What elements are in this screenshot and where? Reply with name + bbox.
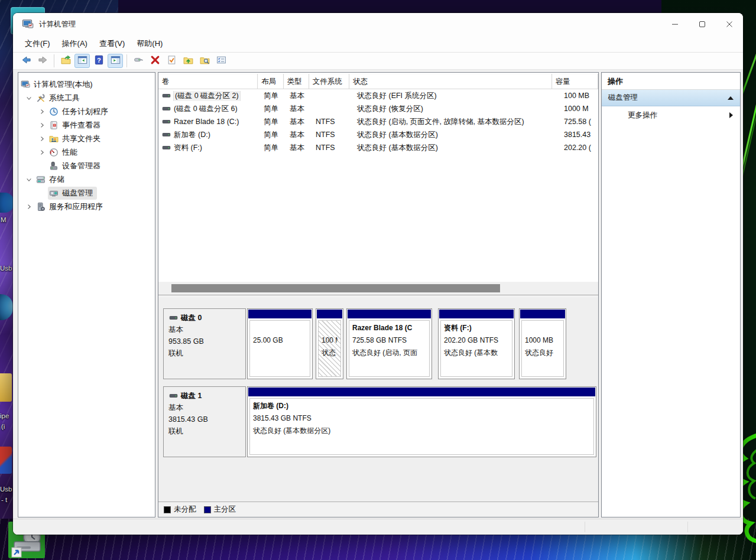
- desktop-icon-label[interactable]: Usb: [0, 486, 12, 493]
- column-header-1[interactable]: 布局: [258, 74, 283, 89]
- column-header-5[interactable]: 容量: [552, 74, 598, 89]
- partition[interactable]: 资料 (F:)202.20 GB NTFS状态良好 (基本数: [438, 308, 515, 379]
- cell-status: 状态良好 (恢复分区): [353, 104, 560, 114]
- delete-button[interactable]: [147, 54, 163, 68]
- console-tree-panel: 计算机管理(本地)系统工具任务计划程序事件查看器共享文件夹性能设备管理器存储磁盘…: [18, 72, 155, 517]
- disk-management-icon: [49, 188, 60, 198]
- status-bar-divider: [585, 522, 585, 532]
- disk-title: 磁盘 0: [168, 312, 241, 324]
- collapse-icon[interactable]: [728, 96, 734, 100]
- more-actions-item[interactable]: 更多操作: [602, 106, 740, 124]
- chevron-right-icon[interactable]: [36, 134, 48, 144]
- sidebar-item-shared-folders[interactable]: 共享文件夹: [18, 132, 155, 145]
- show-action-pane-button[interactable]: [108, 54, 123, 68]
- desktop-icon-usb-tool[interactable]: [0, 447, 12, 474]
- table-row[interactable]: Razer Blade 18 (C:)简单基本NTFS状态良好 (启动, 页面文…: [158, 115, 598, 128]
- tree-item-content: 磁盘管理: [48, 187, 97, 200]
- legend-swatch: [164, 506, 171, 513]
- legend-label: 主分区: [214, 504, 236, 515]
- sidebar-item-disk-management[interactable]: 磁盘管理: [18, 186, 155, 200]
- folder-up-button[interactable]: [180, 54, 196, 68]
- export-list-button[interactable]: [58, 54, 73, 68]
- cell-volume: Razer Blade 18 (C:): [158, 118, 260, 126]
- computer-icon: [21, 80, 31, 89]
- cell-layout: 简单: [260, 91, 286, 101]
- task-scheduler-icon: [49, 107, 60, 116]
- partition-status: 状态良好 (启动, 页面: [352, 347, 426, 359]
- folder-search-button[interactable]: [197, 54, 212, 68]
- partition[interactable]: 25.00 GB: [247, 308, 313, 379]
- partition-status: 状态: [322, 347, 338, 359]
- chevron-right-icon[interactable]: [36, 107, 48, 116]
- help-button[interactable]: ?: [91, 54, 106, 68]
- show-console-tree-button[interactable]: [74, 54, 90, 68]
- volume-name: (磁盘 0 磁盘分区 2): [174, 91, 240, 101]
- disk-info-box[interactable]: 磁盘 1基本3815.43 GB联机: [163, 386, 246, 457]
- close-button[interactable]: [716, 13, 743, 35]
- partition-body: Razer Blade 18 (C725.58 GB NTFS状态良好 (启动,…: [349, 320, 430, 377]
- desktop-icon-label[interactable]: (i: [1, 423, 5, 430]
- cell-capacity: 1000 M: [560, 105, 599, 113]
- sidebar-item-event-viewer[interactable]: 事件查看器: [18, 118, 155, 132]
- services-icon: [36, 202, 47, 211]
- chevron-down-icon[interactable]: [23, 93, 35, 103]
- remote-computer-button[interactable]: [131, 54, 146, 68]
- maximize-button[interactable]: [689, 13, 716, 35]
- menu-action[interactable]: 操作(A): [56, 37, 93, 51]
- sidebar-item-label: 性能: [62, 147, 77, 158]
- disk-info-box[interactable]: 磁盘 0基本953.85 GB联机: [163, 308, 246, 379]
- chevron-right-icon[interactable]: [36, 148, 48, 157]
- partition-status: 状态良好 (基本数据分区): [253, 425, 590, 437]
- sidebar-item-computer-management-local[interactable]: 计算机管理(本地): [18, 77, 155, 91]
- back-button[interactable]: [18, 54, 34, 68]
- partition[interactable]: 新加卷 (D:)3815.43 GB NTFS状态良好 (基本数据分区): [247, 386, 596, 457]
- desktop-icon-label[interactable]: M: [1, 216, 7, 223]
- desktop-icon-label[interactable]: ipe: [0, 412, 9, 419]
- column-header-3[interactable]: 文件系统: [309, 74, 350, 89]
- table-row[interactable]: (磁盘 0 磁盘分区 6)简单基本状态良好 (恢复分区)1000 M: [158, 102, 598, 115]
- chevron-right-icon[interactable]: [36, 121, 48, 130]
- performance-icon: [49, 148, 60, 157]
- menu-help[interactable]: 帮助(H): [131, 37, 168, 51]
- sidebar-item-label: 磁盘管理: [62, 188, 93, 198]
- forward-button[interactable]: [35, 54, 50, 68]
- scrollbar-thumb[interactable]: [171, 284, 500, 292]
- table-row[interactable]: 资料 (F:)简单基本NTFS状态良好 (基本数据分区)202.20 (: [158, 141, 598, 154]
- horizontal-scrollbar[interactable]: [158, 282, 598, 295]
- sidebar-item-system-tools[interactable]: 系统工具: [18, 91, 155, 105]
- partition[interactable]: 100 M状态: [316, 308, 343, 379]
- properties-button[interactable]: [213, 54, 229, 68]
- desktop-icon-folder[interactable]: [0, 373, 12, 402]
- menu-file[interactable]: 文件(F): [19, 37, 56, 51]
- sidebar-item-services-and-applications[interactable]: 服务和应用程序: [18, 200, 155, 213]
- actions-section-disk-management[interactable]: 磁盘管理: [602, 90, 740, 106]
- sidebar-item-device-manager[interactable]: 设备管理器: [18, 159, 155, 172]
- volume-list-header: 卷布局类型文件系统状态容量: [158, 74, 598, 89]
- volume-name: (磁盘 0 磁盘分区 6): [174, 104, 238, 114]
- partition-size: 202.20 GB NTFS: [444, 334, 509, 347]
- partition[interactable]: Razer Blade 18 (C725.58 GB NTFS状态良好 (启动,…: [346, 308, 432, 379]
- minimize-icon: [671, 21, 679, 28]
- titlebar[interactable]: 计算机管理: [13, 13, 743, 35]
- table-row[interactable]: (磁盘 0 磁盘分区 2)简单基本状态良好 (EFI 系统分区)100 MB: [158, 89, 598, 102]
- column-header-2[interactable]: 类型: [284, 74, 309, 89]
- disk-icon: [162, 144, 171, 152]
- sidebar-item-task-scheduler[interactable]: 任务计划程序: [18, 105, 155, 118]
- sidebar-item-storage[interactable]: 存储: [18, 172, 155, 186]
- partition[interactable]: 1000 MB状态良好: [519, 308, 566, 379]
- verify-button[interactable]: [164, 54, 179, 68]
- table-row[interactable]: 新加卷 (D:)简单基本NTFS状态良好 (基本数据分区)3815.43: [158, 128, 598, 141]
- sidebar-item-performance[interactable]: 性能: [18, 145, 155, 159]
- column-header-0[interactable]: 卷: [158, 74, 258, 89]
- desktop-icon-label[interactable]: Usb: [0, 265, 12, 272]
- menu-view[interactable]: 查看(V): [93, 37, 131, 51]
- chevron-right-icon[interactable]: [23, 202, 35, 211]
- column-header-4[interactable]: 状态: [349, 74, 551, 89]
- toolbar-separator: [126, 54, 127, 67]
- desktop-icon-label[interactable]: - t: [1, 496, 7, 503]
- partition-body: 资料 (F:)202.20 GB NTFS状态良好 (基本数: [440, 320, 512, 377]
- minimize-button[interactable]: [661, 13, 689, 35]
- partition-size: 3815.43 GB NTFS: [253, 412, 590, 425]
- partition-status: [253, 347, 307, 359]
- chevron-down-icon[interactable]: [23, 175, 35, 184]
